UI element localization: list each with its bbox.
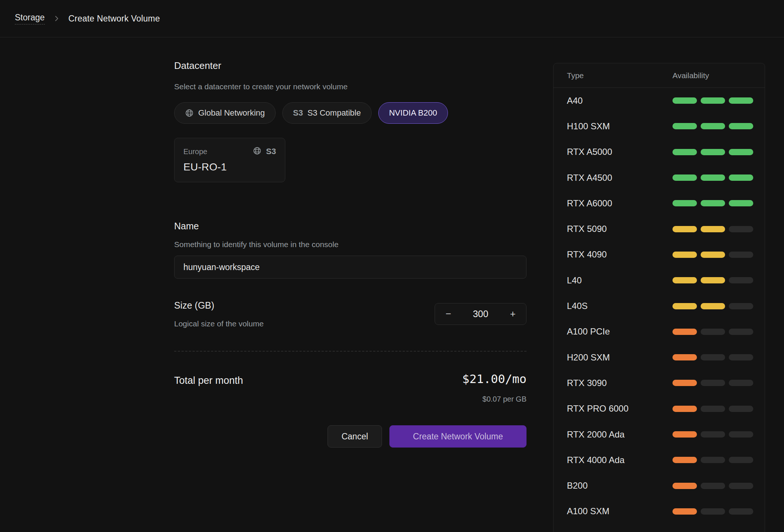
availability-segment-empty <box>729 226 753 232</box>
availability-segment-filled <box>701 277 725 283</box>
gpu-type-label: B200 <box>554 481 672 491</box>
datacenter-card-name: EU-RO-1 <box>183 161 276 173</box>
availability-meter <box>672 508 753 515</box>
size-decrement-button[interactable]: − <box>439 305 458 323</box>
gpu-type-label: RTX A6000 <box>554 198 672 209</box>
availability-segment-filled <box>729 174 753 181</box>
availability-segment-empty <box>701 406 725 412</box>
availability-segment-empty <box>701 354 725 360</box>
table-row: RTX A5000 <box>554 139 765 165</box>
gpu-type-label: A100 PCIe <box>554 326 672 337</box>
availability-segment-empty <box>729 277 753 283</box>
availability-segment-filled <box>672 406 697 412</box>
availability-meter <box>672 406 753 412</box>
action-buttons: Cancel Create Network Volume <box>174 425 526 448</box>
filter-chip-global-networking[interactable]: Global Networking <box>174 102 276 124</box>
filter-chip-s3-compatible[interactable]: S3S3 Compatible <box>282 102 372 124</box>
size-section-subtitle: Logical size of the volume <box>174 319 264 328</box>
table-row: RTX 3090 <box>554 370 765 396</box>
datacenter-card-header: Europe S3 <box>183 146 276 157</box>
availability-meter <box>672 97 753 104</box>
page-title: Create Network Volume <box>69 14 160 24</box>
availability-segment-filled <box>701 252 725 258</box>
availability-meter <box>672 329 753 335</box>
table-row: A40 <box>554 88 765 113</box>
filter-chip-nvidia-b200[interactable]: NVIDIA B200 <box>378 102 448 124</box>
availability-segment-filled <box>672 329 697 335</box>
availability-segment-empty <box>701 483 725 489</box>
availability-segment-empty <box>701 329 725 335</box>
datacenter-section-title: Datacenter <box>174 60 221 72</box>
table-row: A100 SXM <box>554 499 765 524</box>
gpu-type-label: RTX A5000 <box>554 147 672 157</box>
gpu-type-label: RTX 5090 <box>554 224 672 234</box>
datacenter-card-eu-ro-1[interactable]: Europe S3 EU-RO-1 <box>174 138 285 182</box>
availability-meter <box>672 123 753 129</box>
table-row: H100 SXM <box>554 113 765 139</box>
breadcrumb-storage-link[interactable]: Storage <box>15 13 45 24</box>
availability-segment-empty <box>729 508 753 515</box>
availability-segment-filled <box>729 149 753 155</box>
availability-segment-filled <box>672 226 697 232</box>
create-network-volume-page: Storage Create Network Volume Datacenter… <box>0 0 784 532</box>
volume-name-input[interactable] <box>174 256 526 279</box>
availability-segment-filled <box>701 149 725 155</box>
availability-meter <box>672 174 753 181</box>
availability-segment-filled <box>672 431 697 438</box>
column-header-type: Type <box>554 71 672 80</box>
cancel-button[interactable]: Cancel <box>328 425 382 448</box>
gpu-type-label: L40S <box>554 301 672 311</box>
table-row: RTX PRO 6000 <box>554 396 765 422</box>
availability-segment-filled <box>701 200 725 206</box>
availability-meter <box>672 277 753 283</box>
availability-segment-empty <box>729 483 753 489</box>
gpu-type-label: RTX 3090 <box>554 378 672 388</box>
availability-meter <box>672 354 753 360</box>
table-row: A100 PCIe <box>554 319 765 345</box>
availability-segment-filled <box>672 252 697 258</box>
availability-meter <box>672 380 753 386</box>
availability-segment-filled <box>701 174 725 181</box>
s3-icon: S3 <box>293 108 303 118</box>
availability-segment-filled <box>701 226 725 232</box>
availability-segment-filled <box>672 123 697 129</box>
size-increment-button[interactable]: + <box>503 305 522 323</box>
name-section-title: Name <box>174 221 199 232</box>
availability-segment-filled <box>701 97 725 104</box>
availability-segment-empty <box>729 406 753 412</box>
size-section-title: Size (GB) <box>174 300 214 311</box>
gpu-type-label: RTX 2000 Ada <box>554 429 672 440</box>
table-row: L40 <box>554 267 765 293</box>
availability-segment-filled <box>672 508 697 515</box>
table-row: B200 <box>554 473 765 498</box>
availability-segment-empty <box>729 431 753 438</box>
name-section-subtitle: Something to identify this volume in the… <box>174 240 339 249</box>
filter-chip-label: Global Networking <box>198 108 265 118</box>
size-value[interactable]: 300 <box>473 309 488 319</box>
table-row: RTX 4090 <box>554 242 765 267</box>
gpu-type-label: RTX PRO 6000 <box>554 403 672 414</box>
availability-segment-filled <box>672 277 697 283</box>
availability-meter <box>672 226 753 232</box>
filter-chip-label: S3 Compatible <box>308 108 361 118</box>
availability-segment-filled <box>701 303 725 309</box>
datacenter-region-label: Europe <box>183 147 207 156</box>
filter-chip-label: NVIDIA B200 <box>389 108 437 118</box>
total-price-value: $21.00/mo <box>174 372 526 386</box>
datacenter-section-subtitle: Select a datacenter to create your netwo… <box>174 82 348 91</box>
summary-divider <box>174 351 526 352</box>
table-row: RTX A4500 <box>554 165 765 190</box>
create-network-volume-button[interactable]: Create Network Volume <box>389 425 526 448</box>
table-row: RTX 5090 <box>554 216 765 242</box>
availability-segment-empty <box>729 380 753 386</box>
size-stepper: − 300 + <box>435 303 526 325</box>
table-row: RTX 2000 Ada <box>554 422 765 447</box>
availability-segment-filled <box>701 123 725 129</box>
table-row: RTX A6000 <box>554 190 765 216</box>
availability-segment-filled <box>672 174 697 181</box>
gpu-type-label: A40 <box>554 96 672 106</box>
availability-meter <box>672 252 753 258</box>
availability-segment-filled <box>672 149 697 155</box>
gpu-type-label: RTX 4000 Ada <box>554 455 672 465</box>
s3-badge: S3 <box>266 147 276 156</box>
